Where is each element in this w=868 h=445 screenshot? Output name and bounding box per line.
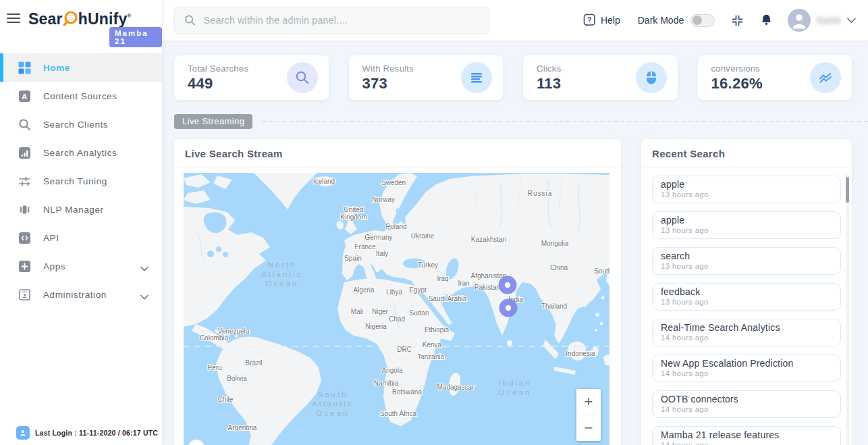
sidebar-item-api[interactable]: API [0,224,162,252]
hamburger-menu-icon[interactable] [7,14,20,26]
notifications-bell-icon[interactable] [760,14,773,27]
recent-search-query: search [661,251,832,261]
user-menu-chevron-icon[interactable] [847,18,856,24]
svg-text:UnitedKingdom: UnitedKingdom [340,206,367,221]
search-clients-icon [18,117,31,131]
help-button[interactable]: ? Help [583,14,620,27]
svg-text:Indonesia: Indonesia [566,350,595,357]
svg-text:Afghanistan: Afghanistan [471,272,507,280]
sidebar-item-label: Search Clients [43,120,108,130]
dark-mode-label: Dark Mode [638,15,684,26]
recent-search-time: 14 hours ago [661,334,832,342]
fullscreen-icon[interactable] [731,14,744,27]
stat-label: With Results [362,63,462,74]
map-zoom-control: + − [576,389,601,441]
sidebar-item-search-analytics[interactable]: Search Analytics [0,138,162,167]
nlp-manager-icon [18,203,31,216]
user-avatar[interactable] [788,9,811,32]
svg-text:Sweden: Sweden [381,179,406,186]
recent-search-item[interactable]: search 13 hours ago [652,247,841,275]
sidebar-item-label: Apps [43,261,65,271]
stat-value: 373 [362,75,462,93]
scrollbar-thumb[interactable] [846,177,849,203]
world-map[interactable]: NorthAtlanticOceanSouthAtlanticOceanIndi… [184,173,609,445]
svg-text:Mali: Mali [351,308,363,315]
svg-text:Nigeria: Nigeria [365,323,387,330]
recent-search-query: apple [661,215,832,226]
zoom-out-button[interactable]: − [576,415,601,441]
recent-search-item[interactable]: apple 13 hours ago [652,211,841,239]
app-logo: Sear hUnify® [28,9,162,29]
sidebar-item-administration[interactable]: Administration [0,280,162,309]
svg-text:Thailand: Thailand [541,303,567,310]
recent-search-item[interactable]: New App Escalation Prediction 14 hours a… [652,355,841,382]
recent-search-panel: Recent Search apple 13 hours ago apple 1… [641,139,852,445]
svg-text:Libya: Libya [386,288,402,296]
recent-search-query: apple [661,179,832,190]
stat-value: 449 [188,75,287,93]
svg-text:Chad: Chad [389,315,405,323]
svg-text:Chile: Chile [218,396,234,403]
stat-card-clicks: Clicks 113 [523,55,678,100]
stat-label: Clicks [537,63,636,74]
map-canvas[interactable]: NorthAtlanticOceanSouthAtlanticOceanIndi… [184,173,609,445]
svg-text:Sudan: Sudan [410,309,429,317]
logo-magnifier-icon [62,9,79,28]
sidebar-item-nlp-manager[interactable]: NLP Manager [0,195,162,224]
toggle-knob [693,16,702,25]
content-sources-icon: A [18,89,31,103]
svg-text:Pakistan: Pakistan [474,284,500,291]
api-icon [18,231,31,244]
sidebar-item-search-clients[interactable]: Search Clients [0,110,162,138]
recent-search-query: Real-Time Search Analytics [661,322,832,333]
svg-text:Kazakhstan: Kazakhstan [471,236,506,243]
user-icon [16,426,30,440]
recent-search-list: apple 13 hours ago apple 13 hours ago se… [641,167,852,445]
svg-text:Angola: Angola [381,367,403,374]
chevron-down-icon[interactable] [140,263,148,273]
live-search-stream-card: Live Search Stream [174,139,621,445]
sidebar-item-content-sources[interactable]: A Content Sources [0,82,162,110]
svg-text:South Africa: South Africa [380,410,416,417]
logo-text-2: hUnify [78,10,128,28]
recent-search-time: 14 hours ago [661,369,832,377]
stat-value: 113 [537,75,636,93]
sidebar-item-search-tuning[interactable]: Search Tuning [0,167,162,195]
svg-text:Russia: Russia [528,190,553,197]
recent-search-query: New App Escalation Prediction [661,358,832,369]
recent-search-time: 14 hours ago [661,405,832,413]
sidebar-item-home[interactable]: Home [0,53,162,82]
svg-text:France: France [354,243,376,251]
recent-search-query: Mamba 21 release features [661,429,832,440]
stats-row: Total Searches 449 With Results 373 [174,55,852,100]
recent-search-item[interactable]: apple 13 hours ago [652,176,841,203]
recent-search-time: 14 hours ago [661,441,832,445]
search-analytics-icon [18,146,31,159]
search-icon [184,14,196,26]
help-label: Help [601,15,620,26]
map-card-title: Live Search Stream [174,139,621,167]
stat-label: conversions [711,63,811,74]
sidebar-item-label: API [43,233,59,243]
recent-search-item[interactable]: Real-Time Search Analytics 14 hours ago [652,319,841,346]
svg-text:Colombia: Colombia [200,334,229,342]
trend-icon [810,62,841,93]
logo-text-1: Sear [28,10,63,28]
dark-mode-toggle[interactable] [690,14,715,27]
recent-search-title: Recent Search [641,139,852,167]
admin-search-box[interactable] [174,7,489,34]
admin-search-input[interactable] [204,15,479,26]
live-streaming-badge: Live Streaming [174,114,252,129]
svg-text:Brazil: Brazil [245,359,262,367]
sidebar-item-label: Search Tuning [43,176,107,186]
svg-text:Peru: Peru [207,364,221,371]
section-row: Live Streaming [174,113,868,130]
recent-search-item[interactable]: Mamba 21 release features 14 hours ago [652,426,841,445]
chevron-down-icon[interactable] [140,292,148,302]
sidebar-item-apps[interactable]: Apps [0,252,162,280]
zoom-in-button[interactable]: + [576,389,601,415]
recent-search-query: feedback [661,286,832,297]
results-list-icon [461,62,492,93]
recent-search-item[interactable]: feedback 13 hours ago [652,283,841,311]
recent-search-item[interactable]: OOTB connectors 14 hours ago [652,390,841,418]
